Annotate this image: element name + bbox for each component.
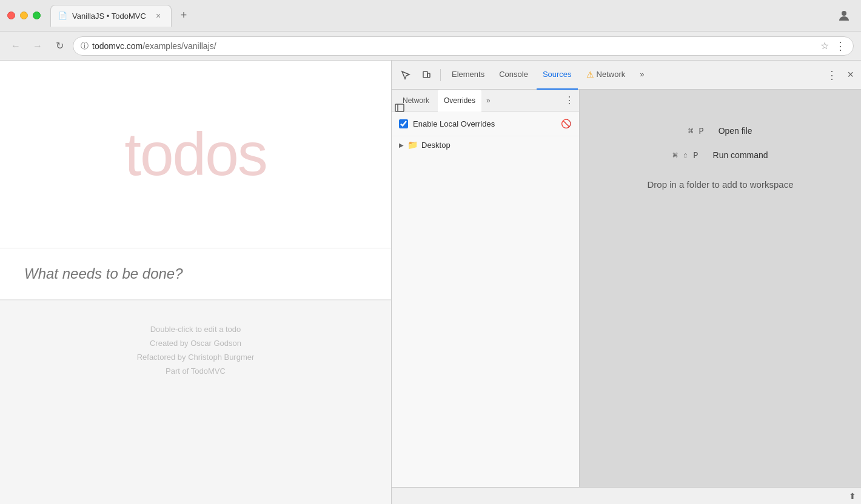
inspect-element-button[interactable] <box>397 66 415 84</box>
profile-icon[interactable] <box>834 6 854 25</box>
forward-button[interactable]: → <box>29 38 46 55</box>
webpage: todos Double-click to edit a todo Create… <box>0 61 391 504</box>
footer-part-text: Part of <box>166 366 189 376</box>
refresh-icon: ↻ <box>56 40 64 51</box>
tab-close-button[interactable]: × <box>153 10 164 21</box>
expand-arrow-icon: ▶ <box>399 142 404 148</box>
open-file-label: Open file <box>719 126 752 136</box>
devtools-separator <box>440 69 441 81</box>
footer-refactored-line: Refactored by Christoph Burgmer <box>137 353 255 362</box>
maximize-window-button[interactable] <box>33 12 41 19</box>
run-command-key: ⌘ ⇧ P <box>672 150 698 160</box>
subtab-menu-button[interactable]: ⋮ <box>565 94 574 106</box>
todos-title: todos <box>124 119 267 189</box>
clear-overrides-button[interactable]: 🚫 <box>560 118 572 130</box>
devtools-right-panel: ⌘ P Open file ⌘ ⇧ P Run command Drop in … <box>580 90 861 487</box>
devtools-left-panel: Network Overrides » ⋮ Enable Local Overr… <box>392 90 580 487</box>
secure-icon: ⓘ <box>81 41 89 51</box>
enable-overrides-checkbox[interactable] <box>399 119 408 128</box>
browser-window: 📄 VanillaJS • TodoMVC × + ← → ↻ ⓘ todomv… <box>0 0 861 504</box>
tab-console[interactable]: Console <box>493 61 534 90</box>
url-path: /examples/vanillajs/ <box>142 41 216 51</box>
file-tree: ▶ 📁 Desktop <box>392 136 579 487</box>
forward-icon: → <box>33 41 42 51</box>
folder-name: Desktop <box>421 141 451 150</box>
close-window-button[interactable] <box>7 12 15 19</box>
footer-creator-name: Oscar Godson <box>190 339 241 348</box>
browser-content: todos Double-click to edit a todo Create… <box>0 61 861 504</box>
tab-more[interactable]: » <box>634 61 650 90</box>
clear-icon: 🚫 <box>561 119 571 128</box>
todo-input[interactable] <box>24 260 367 287</box>
url-domain: todomvc.com <box>92 41 142 51</box>
tab-title: VanillaJS • TodoMVC <box>72 12 148 21</box>
run-command-label: Run command <box>713 150 768 160</box>
footer-hint: Double-click to edit a todo <box>150 325 241 334</box>
title-bar: 📄 VanillaJS • TodoMVC × + <box>0 0 861 31</box>
tab-favicon: 📄 <box>58 12 67 20</box>
webpage-header: todos <box>0 61 391 248</box>
bookmark-icon[interactable]: ☆ <box>820 40 829 51</box>
traffic-lights <box>7 12 41 19</box>
minimize-window-button[interactable] <box>20 12 28 19</box>
enable-overrides-row: Enable Local Overrides 🚫 <box>392 111 579 136</box>
footer-part-line: Part of TodoMVC <box>166 366 226 376</box>
devtools-panels: Network Overrides » ⋮ Enable Local Overr… <box>392 90 861 487</box>
footer-todomvc-name: TodoMVC <box>191 366 226 376</box>
enable-overrides-label: Enable Local Overrides <box>413 119 495 128</box>
svg-rect-3 <box>395 104 404 111</box>
webpage-input-area <box>0 248 391 300</box>
address-input[interactable]: ⓘ todomvc.com/examples/vanillajs/ ☆ ⋮ <box>73 36 854 56</box>
devtools-panel: Elements Console Sources ⚠ Network » ⋮ × <box>391 61 861 504</box>
footer-created-text: Created by <box>150 339 189 348</box>
file-tree-item-desktop[interactable]: ▶ 📁 Desktop <box>392 136 579 153</box>
devtools-subtabs: Network Overrides » ⋮ <box>392 90 579 111</box>
drop-folder-hint: Drop in a folder to add to workspace <box>648 179 794 190</box>
svg-rect-1 <box>423 71 427 78</box>
address-bar: ← → ↻ ⓘ todomvc.com/examples/vanillajs/ … <box>0 31 861 61</box>
shortcut-run-command: ⌘ ⇧ P Run command <box>672 150 768 160</box>
tab-network[interactable]: ⚠ Network <box>580 61 632 90</box>
devtools-topbar: Elements Console Sources ⚠ Network » ⋮ × <box>392 61 861 90</box>
footer-refactored-text: Refactored by <box>137 353 186 362</box>
shortcut-open-file: ⌘ P Open file <box>688 126 752 136</box>
refresh-button[interactable]: ↻ <box>51 38 68 55</box>
tab-elements[interactable]: Elements <box>446 61 491 90</box>
subtab-more-button[interactable]: » <box>486 96 491 105</box>
back-button[interactable]: ← <box>7 38 24 55</box>
footer-refactorer-name: Christoph Burgmer <box>188 353 254 362</box>
back-icon: ← <box>11 41 21 51</box>
devtools-dots-menu[interactable]: ⋮ <box>822 68 842 82</box>
browser-tab[interactable]: 📄 VanillaJS • TodoMVC × <box>50 5 172 27</box>
open-file-key: ⌘ P <box>688 126 703 136</box>
subtab-overrides[interactable]: Overrides <box>438 90 481 111</box>
address-menu-icon[interactable]: ⋮ <box>835 39 846 53</box>
tab-bar: 📄 VanillaJS • TodoMVC × + <box>50 5 829 27</box>
panel-toggle-button[interactable] <box>392 99 408 116</box>
webpage-footer-area: Double-click to edit a todo Created by O… <box>0 300 391 504</box>
svg-point-0 <box>842 11 846 16</box>
bottom-icon[interactable]: ⬆ <box>849 491 856 501</box>
devtools-close-button[interactable]: × <box>845 68 856 81</box>
folder-icon: 📁 <box>407 140 418 150</box>
devtools-bottom-bar: ⬆ <box>392 487 861 504</box>
devtools-more-actions: ⋮ × <box>822 68 856 82</box>
warning-icon: ⚠ <box>586 70 594 79</box>
svg-rect-2 <box>427 73 430 78</box>
tab-sources[interactable]: Sources <box>537 61 578 90</box>
url-text: todomvc.com/examples/vanillajs/ <box>92 41 814 51</box>
device-toggle-button[interactable] <box>417 66 435 84</box>
footer-created-line: Created by Oscar Godson <box>150 339 241 348</box>
new-tab-button[interactable]: + <box>174 6 193 25</box>
